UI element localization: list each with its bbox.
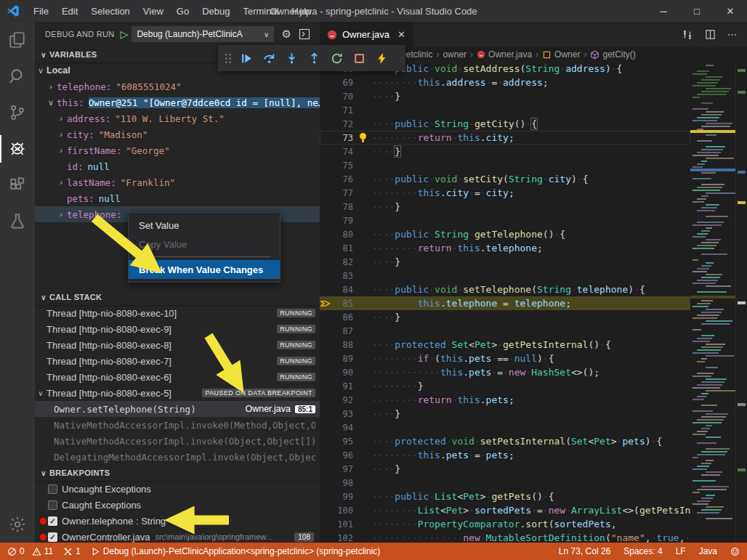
feedback-button[interactable] — [730, 547, 740, 556]
tab-owner-java[interactable]: Owner.java ✕ — [320, 22, 414, 47]
menu-item-copy-value[interactable]: Copy Value — [129, 235, 280, 253]
variable-row[interactable]: pets:null — [35, 190, 320, 206]
indentation-indicator[interactable]: Spaces: 4 — [623, 546, 662, 556]
menu-item-break-when-value-changes[interactable]: Break When Value Changes — [129, 260, 280, 279]
breadcrumb-item-owner[interactable]: owner — [443, 49, 467, 60]
code-text: ············this.pets·=·new·HashSet<>(); — [372, 367, 599, 378]
code-line-89: 89········if·(this.pets·==·null)·{ — [320, 352, 690, 365]
class-icon — [542, 50, 552, 60]
thread-row[interactable]: ∨Thread [http-nio-8080-exec-5]PAUSED ON … — [35, 385, 320, 401]
open-changes-icon[interactable] — [682, 29, 693, 41]
thread-row[interactable]: Thread [http-nio-8080-exec-7]RUNNING — [35, 353, 320, 369]
more-actions-icon[interactable]: ⋯ — [727, 29, 737, 40]
menu-selection[interactable]: Selection — [84, 0, 136, 22]
language-mode[interactable]: Java — [699, 546, 717, 556]
breakpoint-checkbox[interactable] — [48, 532, 57, 542]
stack-frame-row[interactable]: Owner.setTelephone(String)Owner.java85:1 — [35, 401, 320, 417]
lightbulb-icon[interactable] — [353, 133, 372, 142]
minimize-icon[interactable]: ─ — [647, 0, 680, 22]
breakpoint-path: src\main\java\org\springframew... — [155, 532, 272, 541]
launch-config-select[interactable]: Debug (Launch)-PetClinicA ∨ — [132, 26, 274, 42]
breakpoint-checkbox[interactable] — [48, 484, 57, 494]
breakpoint-checkbox[interactable] — [48, 500, 57, 510]
menu-view[interactable]: View — [137, 0, 170, 22]
code-line-70: 70····} — [320, 89, 690, 103]
stack-frame-row[interactable]: DelegatingMethodAccessorImpl.invoke(Obje… — [35, 449, 320, 465]
breakpoint-row[interactable]: Owner.telephone : String — [35, 513, 320, 529]
menu-debug[interactable]: Debug — [195, 0, 236, 22]
menu-separator — [137, 256, 271, 257]
thread-row[interactable]: Thread [http-nio-8080-exec-9]RUNNING — [35, 321, 320, 337]
tab-close-icon[interactable]: ✕ — [397, 29, 405, 40]
cursor-position[interactable]: Ln 73, Col 26 — [559, 546, 610, 556]
stack-frame-row[interactable]: NativeMethodAccessorImpl.invoke0(Method,… — [35, 417, 320, 433]
variable-row[interactable]: ›firstName:"George" — [35, 142, 320, 158]
variable-row[interactable]: ›address:"110 W. Liberty St." — [35, 110, 320, 126]
hot-code-replace-icon[interactable] — [371, 46, 393, 70]
toolbar-drag-handle[interactable] — [221, 46, 235, 70]
debug-console-icon[interactable] — [299, 28, 310, 40]
breakpoint-row[interactable]: Uncaught Exceptions — [35, 481, 320, 497]
variable-row[interactable]: ›city:"Madison" — [35, 126, 320, 142]
code-editor[interactable]: 68····public·void·setAddress(String·addr… — [320, 62, 690, 543]
launch-config-value: Debug (Launch)-PetClinicA — [137, 29, 242, 39]
code-text: ····protected·Set<Pet>·getPetsInternal()… — [372, 339, 611, 350]
breadcrumb-item-getCity[interactable]: getCity() — [590, 49, 635, 60]
step-over-button[interactable] — [258, 46, 280, 70]
minimap[interactable] — [690, 62, 735, 543]
breakpoints-section-header[interactable]: ∨ BREAKPOINTS — [35, 465, 320, 481]
line-number: 88 — [331, 340, 353, 350]
thread-row[interactable]: Thread [http-nio-8080-exec-8]RUNNING — [35, 337, 320, 353]
thread-row[interactable]: Thread [http-nio-8080-exec-10]RUNNING — [35, 305, 320, 321]
variable-row[interactable]: ∨this:Owner@251 "[Owner@7ddce0cd id = [n… — [35, 94, 320, 110]
close-icon[interactable]: ✕ — [714, 0, 747, 22]
stop-button[interactable] — [348, 46, 371, 70]
variable-value: "Franklin" — [121, 177, 175, 188]
sidebar-item-run-and-debug[interactable] — [0, 131, 35, 167]
code-line-87: 87 — [320, 324, 690, 338]
breadcrumb-item-Owner[interactable]: Owner — [542, 49, 580, 60]
continue-button[interactable] — [235, 46, 258, 70]
sidebar-item-source-control[interactable] — [0, 94, 35, 131]
breadcrumb-item-Owner.java[interactable]: Owner.java — [477, 49, 532, 60]
breakpoint-checkbox[interactable] — [48, 516, 57, 526]
tree-chevron-icon: ∨ — [35, 389, 47, 397]
stack-frame-row[interactable]: NativeMethodAccessorImpl.invoke(Object,O… — [35, 433, 320, 449]
problems-indicator[interactable]: 0 11 — [7, 546, 53, 556]
step-out-button[interactable] — [303, 46, 326, 70]
variable-row[interactable]: ›telephone:"6085551024" — [35, 78, 320, 94]
thread-row[interactable]: Thread [http-nio-8080-exec-6]RUNNING — [35, 369, 320, 385]
split-editor-icon[interactable] — [705, 29, 716, 40]
code-text: ········return·this.city; — [372, 132, 514, 143]
call-stack-section-header[interactable]: ∨ CALL STACK — [35, 289, 320, 305]
breakpoint-row[interactable]: OwnerController.javasrc\main\java\org\sp… — [35, 529, 320, 543]
line-number: 69 — [331, 78, 353, 88]
start-debugging-icon[interactable]: ▷ — [121, 28, 129, 40]
debug-target-indicator[interactable]: Debug (Launch)-PetClinicApplication<spri… — [91, 546, 381, 556]
sidebar-item-testing[interactable] — [0, 203, 35, 240]
menu-edit[interactable]: Edit — [55, 0, 84, 22]
sidebar-item-extensions[interactable] — [0, 167, 35, 203]
breadcrumb-label: Owner — [554, 49, 580, 60]
manage-button[interactable] — [0, 506, 35, 543]
menu-file[interactable]: File — [27, 0, 55, 22]
menu-go[interactable]: Go — [170, 0, 195, 22]
debug-settings-gear-icon[interactable]: ⚙ — [281, 28, 291, 41]
maximize-icon[interactable]: □ — [680, 0, 714, 22]
eol-indicator[interactable]: LF — [676, 546, 686, 556]
breadcrumb-item-petclinic[interactable]: petclinic — [401, 49, 432, 60]
breadcrumb-separator: › — [536, 49, 538, 60]
tasks-indicator[interactable]: 1 — [63, 546, 81, 556]
step-into-button[interactable] — [280, 46, 303, 70]
code-line-88: 88····protected·Set<Pet>·getPetsInternal… — [320, 338, 690, 352]
variable-row[interactable]: id:null — [35, 158, 320, 174]
variable-name: telephone: — [67, 209, 121, 220]
variable-row[interactable]: ›lastName:"Franklin" — [35, 174, 320, 190]
breakpoint-row[interactable]: Caught Exceptions — [35, 497, 320, 513]
code-line-82: 82····} — [320, 255, 690, 269]
sidebar-item-explorer[interactable] — [0, 22, 35, 58]
restart-button[interactable] — [326, 46, 348, 70]
variable-value: null — [99, 193, 121, 204]
menu-item-set-value[interactable]: Set Value — [129, 216, 280, 235]
sidebar-item-search[interactable] — [0, 58, 35, 94]
